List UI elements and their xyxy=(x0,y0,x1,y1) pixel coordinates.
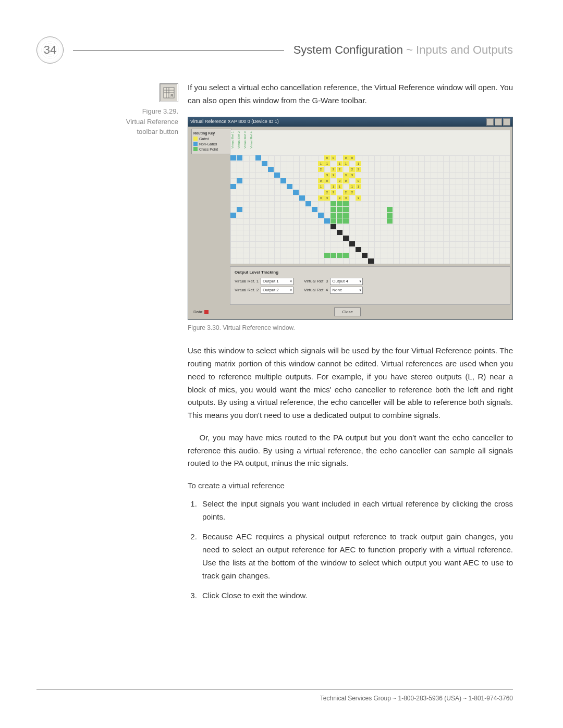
page-footer: Technical Services Group ~ 1-800-283-593… xyxy=(36,689,513,702)
routing-matrix: Virtual Ref 1Virtual Ref 2Virtual Ref 3V… xyxy=(230,130,510,264)
section-title: System Configuration ~ Inputs and Output… xyxy=(293,43,513,57)
page-header: 34 System Configuration ~ Inputs and Out… xyxy=(36,36,513,64)
step-1: Select the input signals you want includ… xyxy=(199,498,513,524)
main-column: If you select a virtual echo cancellatio… xyxy=(188,81,513,610)
vref-toolbar-icon: R xyxy=(160,83,178,102)
vref3-output-select[interactable]: Output 4 xyxy=(330,278,363,285)
step-2: Because AEC requires a physical output r… xyxy=(199,530,513,582)
window-title: Virtual Reference XAP 800 0 (Device ID 1… xyxy=(190,118,279,126)
body-paragraph-1: Use this window to select which signals … xyxy=(188,344,513,422)
procedure-heading: To create a virtual reference xyxy=(188,479,513,492)
close-icon[interactable] xyxy=(503,118,510,126)
intro-paragraph: If you select a virtual echo cancellatio… xyxy=(188,81,513,107)
figure-3-30-caption: Figure 3.30. Virtual Reference window. xyxy=(188,323,513,334)
window-titlebar: Virtual Reference XAP 800 0 (Device ID 1… xyxy=(188,117,512,127)
output-level-tracking-panel: Output Level Tracking Virtual Ref. 1Outp… xyxy=(230,266,510,305)
vref4-output-select[interactable]: None xyxy=(330,287,363,294)
svg-text:R: R xyxy=(170,93,174,98)
close-button[interactable]: Close xyxy=(334,307,360,316)
procedure-steps: Select the input signals you want includ… xyxy=(188,498,513,602)
virtual-reference-window: Virtual Reference XAP 800 0 (Device ID 1… xyxy=(188,117,513,320)
maximize-icon[interactable] xyxy=(495,118,502,126)
page-number-badge: 34 xyxy=(36,36,64,64)
data-indicator: Data: xyxy=(193,309,209,315)
step-3: Click Close to exit the window. xyxy=(199,589,513,602)
routing-key-legend: Routing Key Gated Non-Gated Cross Point xyxy=(191,129,232,154)
body-paragraph-2: Or, you may have mics routed to the PA o… xyxy=(188,431,513,470)
margin-column: R Figure 3.29. Virtual Reference toolbar… xyxy=(36,81,188,610)
minimize-icon[interactable] xyxy=(486,118,494,126)
figure-3-29-caption: Figure 3.29. Virtual Reference toolbar b… xyxy=(126,106,178,137)
header-rule xyxy=(73,50,284,51)
vref1-output-select[interactable]: Output 1 xyxy=(261,278,293,285)
vref2-output-select[interactable]: Output 2 xyxy=(261,287,293,294)
